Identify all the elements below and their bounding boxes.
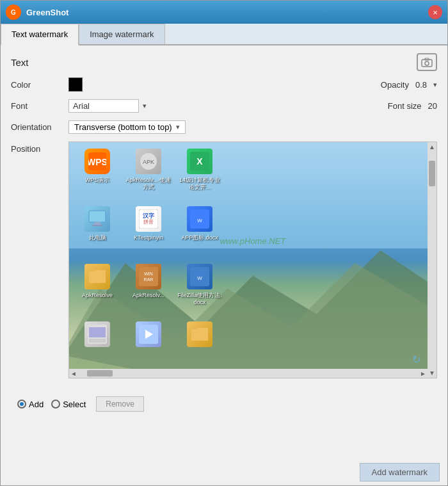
svg-rect-33 <box>191 330 208 341</box>
icon-label: 14级计算机专业论文开... <box>177 177 223 191</box>
color-label: Color <box>11 80 68 90</box>
orientation-label: Orientation <box>11 122 68 132</box>
color-row: Color Opacity 0.8 ▾ <box>11 77 437 92</box>
ss-icon <box>84 321 110 347</box>
list-item[interactable] <box>72 318 123 375</box>
folder1-icon <box>84 264 110 289</box>
svg-point-3 <box>425 61 429 65</box>
list-item[interactable]: 汉字拼音 KTestpinyin <box>123 202 174 260</box>
scroll-thumb-v[interactable] <box>429 161 435 186</box>
list-item[interactable]: X 14级计算机专业论文开... <box>174 145 225 202</box>
section-header: Text <box>11 53 437 71</box>
window-title: GreenShot <box>26 8 428 17</box>
tab-image-watermark[interactable]: Image watermark <box>79 24 164 44</box>
vertical-scrollbar[interactable]: ▲ ▼ <box>428 142 436 378</box>
scroll-up-arrow[interactable]: ▲ <box>428 142 436 152</box>
fontsize-label: Font size <box>388 101 422 111</box>
horizontal-scrollbar[interactable]: ◄ ► <box>69 369 428 378</box>
close-button[interactable]: × <box>428 5 442 19</box>
orientation-value: Transverse (bottom to top) <box>74 122 172 132</box>
icon-label: 此电脑 <box>89 234 106 241</box>
footer-bar: Add watermark <box>1 459 447 485</box>
icon-label: WPS演示 <box>85 177 110 184</box>
list-item[interactable] <box>174 318 225 375</box>
font-dropdown-arrow[interactable]: ▾ <box>143 102 147 110</box>
svg-text:X: X <box>196 156 203 166</box>
svg-rect-14 <box>89 211 106 222</box>
svg-text:APK: APK <box>143 159 154 165</box>
radio-add[interactable]: Add <box>17 400 44 409</box>
font-input[interactable] <box>68 99 139 113</box>
list-item[interactable]: 此电脑 <box>72 202 123 260</box>
color-swatch[interactable] <box>68 77 83 92</box>
camera-icon[interactable] <box>417 53 437 71</box>
tab-text-watermark[interactable]: Text watermark <box>1 24 79 45</box>
preview-background: www.pHome.NET WPS WPS演示 APK <box>69 142 436 378</box>
folder2-icon <box>187 321 212 347</box>
list-item[interactable] <box>123 318 174 375</box>
svg-rect-30 <box>89 339 106 343</box>
apk1-icon: APK <box>136 149 161 174</box>
position-row: Position www.pHome.NET <box>11 142 437 385</box>
icon-label: FileZilla使用方法.docx <box>177 292 223 306</box>
filezilla-icon: W <box>187 264 212 289</box>
video-icon <box>136 321 161 347</box>
list-item[interactable]: WINRAR ApkResolv... <box>123 260 174 318</box>
svg-text:WPS: WPS <box>88 157 106 167</box>
svg-text:RAR: RAR <box>144 277 154 282</box>
remove-button[interactable]: Remove <box>96 396 144 412</box>
scroll-right-arrow[interactable]: ► <box>419 369 428 378</box>
section-title-text: Text <box>11 57 29 68</box>
tab-bar: Text watermark Image watermark <box>1 24 447 45</box>
svg-text:拼音: 拼音 <box>143 219 154 225</box>
opacity-value: 0.8 <box>415 80 427 90</box>
scroll-thumb-h[interactable] <box>87 370 113 377</box>
font-select[interactable]: ▾ <box>68 99 147 113</box>
svg-text:W: W <box>197 218 202 223</box>
list-item[interactable]: ApkResolve <box>72 260 123 318</box>
radio-select-label: Select <box>63 400 86 409</box>
main-content: Text Color Opacity 0.8 ▾ Font <box>1 45 447 459</box>
scroll-down-arrow[interactable]: ▼ <box>428 368 436 378</box>
icon-label: ApkResolv... <box>132 292 164 299</box>
svg-rect-23 <box>139 267 158 286</box>
opacity-group: Opacity 0.8 ▾ <box>381 80 437 90</box>
radio-group: Add Select <box>17 400 86 409</box>
icon-label: ApkResolv...·使速方式 <box>125 177 172 191</box>
winrar-icon: WINRAR <box>136 264 161 289</box>
scroll-left-arrow[interactable]: ◄ <box>69 369 78 378</box>
wps-icon: WPS <box>84 149 110 174</box>
add-watermark-button[interactable]: Add watermark <box>360 463 440 482</box>
orientation-dropdown-arrow[interactable]: ▾ <box>176 123 180 131</box>
list-item[interactable]: WPS WPS演示 <box>72 145 123 202</box>
svg-rect-22 <box>89 273 106 283</box>
ktest-icon: 汉字拼音 <box>136 206 161 232</box>
opacity-dropdown-arrow[interactable]: ▾ <box>433 81 437 89</box>
fontsize-group: Font size 20 <box>388 101 437 111</box>
preview-area: www.pHome.NET WPS WPS演示 APK <box>68 142 437 378</box>
icon-label: KTestpinyin <box>134 234 163 241</box>
radio-add-label: Add <box>29 400 44 409</box>
font-row: Font ▾ Font size 20 <box>11 99 437 113</box>
icon-label: APP图标.docx <box>181 234 218 241</box>
svg-text:WIN: WIN <box>144 271 153 276</box>
orientation-select[interactable]: Transverse (bottom to top) ▾ <box>68 120 186 134</box>
svg-rect-29 <box>89 327 106 337</box>
svg-rect-16 <box>92 225 103 226</box>
list-item[interactable]: APK ApkResolv...·使速方式 <box>123 145 174 202</box>
orientation-row: Orientation Transverse (bottom to top) ▾ <box>11 120 437 134</box>
refresh-icon[interactable]: ↻ <box>412 353 425 366</box>
radio-select-circle <box>51 400 60 409</box>
fontsize-value: 20 <box>428 101 437 111</box>
excel-icon: X <box>187 149 212 174</box>
pc-icon <box>84 206 110 232</box>
list-item[interactable]: W APP图标.docx <box>174 202 225 260</box>
svg-text:G: G <box>11 9 16 16</box>
radio-select[interactable]: Select <box>51 400 86 409</box>
app-icon: W <box>187 206 212 232</box>
icon-label: ApkResolve <box>82 292 113 299</box>
svg-text:W: W <box>197 275 202 281</box>
font-label: Font <box>11 101 68 111</box>
svg-rect-15 <box>94 222 100 225</box>
list-item[interactable]: W FileZilla使用方法.docx <box>174 260 225 318</box>
